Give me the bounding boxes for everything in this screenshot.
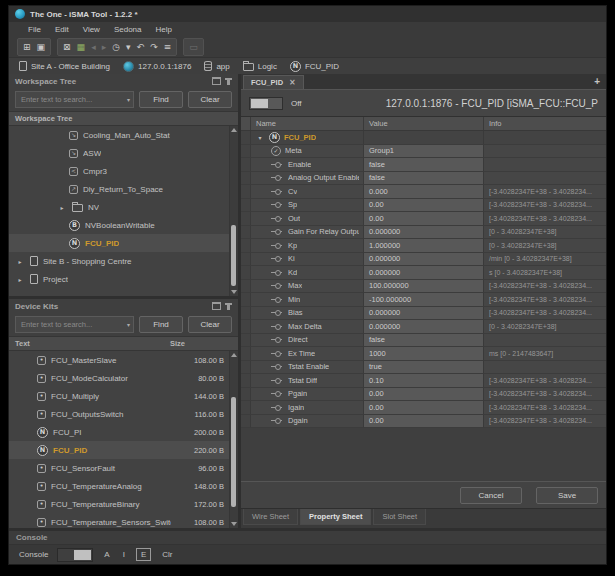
property-row[interactable]: Sp0.00[-3.40282347E+38 - 3.4028234...: [241, 199, 606, 213]
property-value-cell[interactable]: false: [364, 158, 484, 172]
breadcrumb-item[interactable]: Logic: [243, 61, 277, 71]
property-row[interactable]: Min-100.000000[-3.40282347E+38 - 3.40282…: [241, 293, 606, 307]
property-value-cell[interactable]: Group1: [364, 145, 484, 159]
back-icon[interactable]: ◂: [89, 43, 98, 52]
property-value-cell[interactable]: 1.000000: [364, 239, 484, 253]
column-value[interactable]: Value: [364, 117, 484, 130]
menu-sedona[interactable]: Sedona: [107, 25, 149, 34]
deploy-icon[interactable]: ▭: [187, 43, 200, 52]
property-value-cell[interactable]: 0.000000: [364, 320, 484, 334]
forward-icon[interactable]: ▸: [100, 43, 109, 52]
kit-item[interactable]: •FCU_Temperature_Sensors_Switch108.00 B: [9, 513, 238, 528]
property-row[interactable]: Gain For Relay Outputs0.000000[0 - 3.402…: [241, 226, 606, 240]
redo-icon[interactable]: ↷: [148, 43, 160, 52]
close-icon[interactable]: ×: [289, 78, 296, 87]
property-value-cell[interactable]: false: [364, 334, 484, 348]
property-row[interactable]: Dgain0.00[-3.40282347E+38 - 3.4028234...: [241, 415, 606, 429]
device-kits-scrollbar[interactable]: [229, 351, 238, 528]
history-icon[interactable]: ◷: [110, 43, 122, 52]
property-row[interactable]: Bias0.000000[-3.40282347E+38 - 3.4028234…: [241, 307, 606, 321]
property-row[interactable]: Cv0.000[-3.40282347E+38 - 3.4028234...: [241, 185, 606, 199]
property-row[interactable]: Enablefalse: [241, 158, 606, 172]
kit-item[interactable]: •FCU_TemperatureBinary172.00 B: [9, 495, 238, 513]
property-value-cell[interactable]: 0.00: [364, 388, 484, 402]
property-value-cell[interactable]: 0.000000: [364, 253, 484, 267]
property-value-cell[interactable]: 1000: [364, 347, 484, 361]
column-text[interactable]: Text: [15, 339, 170, 348]
property-row[interactable]: Max Delta0.000000[0 - 3.40282347E+38]: [241, 320, 606, 334]
property-row[interactable]: ✓MetaGroup1: [241, 145, 606, 159]
workspace-clear-button[interactable]: Clear: [188, 91, 232, 108]
property-row[interactable]: Ki0.000000/min [0 - 3.40282347E+38]: [241, 253, 606, 267]
tab-wire-sheet[interactable]: Wire Sheet: [243, 509, 298, 525]
history-caret-icon[interactable]: ▾: [124, 43, 133, 52]
device-kits-find-button[interactable]: Find: [139, 316, 183, 333]
console-all-button[interactable]: A: [102, 550, 111, 559]
pin-panel-icon[interactable]: [227, 78, 230, 85]
console-info-button[interactable]: I: [121, 550, 127, 559]
property-value-cell[interactable]: 0.00: [364, 415, 484, 429]
breadcrumb-item[interactable]: NFCU_PID: [290, 61, 339, 72]
expander-icon[interactable]: ▸: [15, 258, 25, 265]
tab-slot-sheet[interactable]: Slot Sheet: [373, 509, 426, 525]
tab-property-sheet[interactable]: Property Sheet: [300, 509, 371, 525]
console-toggle[interactable]: [57, 548, 93, 562]
workspace-search-input[interactable]: [19, 94, 127, 105]
tree-item[interactable]: ▸Site B - Shopping Centre: [9, 252, 238, 270]
property-value-cell[interactable]: 0.00: [364, 212, 484, 226]
property-row[interactable]: ▾NFCU_PID: [241, 131, 606, 145]
property-row[interactable]: Kp1.000000[0 - 3.40282347E+38]: [241, 239, 606, 253]
tree-item[interactable]: ▸Project: [9, 270, 238, 288]
property-value-cell[interactable]: 0.000: [364, 185, 484, 199]
expander-icon[interactable]: ▸: [57, 204, 67, 211]
kit-item[interactable]: NFCU_PID220.00 B: [9, 441, 238, 459]
property-row[interactable]: Pgain0.00[-3.40282347E+38 - 3.4028234...: [241, 388, 606, 402]
property-row[interactable]: Analog Output Enablefalse: [241, 172, 606, 186]
property-value-cell[interactable]: 0.00: [364, 199, 484, 213]
layout-icon[interactable]: ⊞: [21, 43, 33, 52]
chevron-down-icon[interactable]: ▾: [127, 321, 130, 328]
property-value-cell[interactable]: 0.00: [364, 401, 484, 415]
tree-item[interactable]: BNVBooleanWritable: [9, 216, 238, 234]
breadcrumb-item[interactable]: app: [204, 61, 229, 71]
kit-item[interactable]: •FCU_SensorFault96.00 B: [9, 459, 238, 477]
console-error-button[interactable]: E: [136, 548, 151, 561]
property-row[interactable]: Max100.000000[-3.40282347E+38 - 3.402823…: [241, 280, 606, 294]
pin-panel-icon[interactable]: [227, 303, 230, 310]
device-kits-clear-button[interactable]: Clear: [188, 316, 232, 333]
tree-item[interactable]: ↘Cooling_Man_Auto_Stat: [9, 126, 238, 144]
property-row[interactable]: Tstat Diff0.10[-3.40282347E+38 - 3.40282…: [241, 374, 606, 388]
device-kits-search-input[interactable]: [19, 319, 127, 330]
cancel-button[interactable]: Cancel: [460, 487, 522, 504]
maximize-panel-icon[interactable]: [212, 77, 221, 85]
maximize-panel-icon[interactable]: [212, 302, 221, 310]
tree-item[interactable]: NFCU_PID: [9, 234, 238, 252]
tree-item[interactable]: ↘ASW: [9, 144, 238, 162]
property-value-cell[interactable]: true: [364, 361, 484, 375]
workspace-tree-scrollbar[interactable]: [229, 126, 238, 296]
kit-item[interactable]: •FCU_MasterSlave108.00 B: [9, 351, 238, 369]
property-row[interactable]: Out0.00[-3.40282347E+38 - 3.4028234...: [241, 212, 606, 226]
kit-item[interactable]: •FCU_TemperatureAnalog148.00 B: [9, 477, 238, 495]
power-toggle[interactable]: [249, 97, 283, 110]
property-value-cell[interactable]: 0.000000: [364, 307, 484, 321]
save-icon[interactable]: ▣: [35, 43, 48, 52]
undo-icon[interactable]: ↶: [135, 43, 147, 52]
tree-item[interactable]: ↗Dly_Return_To_Space: [9, 180, 238, 198]
property-value-cell[interactable]: 0.10: [364, 374, 484, 388]
menu-view[interactable]: View: [76, 25, 107, 34]
breadcrumb-item[interactable]: Site A - Office Building: [19, 61, 110, 71]
list-icon[interactable]: ≡: [162, 43, 174, 52]
kit-item[interactable]: •FCU_Multiply144.00 B: [9, 387, 238, 405]
property-value-cell[interactable]: -100.000000: [364, 293, 484, 307]
save-button[interactable]: Save: [536, 487, 598, 504]
scrollbar-thumb[interactable]: [231, 397, 236, 507]
scrollbar-thumb[interactable]: [231, 225, 236, 286]
property-value-cell[interactable]: false: [364, 172, 484, 186]
property-row[interactable]: Directfalse: [241, 334, 606, 348]
tree-item[interactable]: <Cmpr3: [9, 162, 238, 180]
property-row[interactable]: Ex Time1000ms [0 - 2147483647]: [241, 347, 606, 361]
property-row[interactable]: Tstat Enabletrue: [241, 361, 606, 375]
chevron-down-icon[interactable]: ▾: [127, 96, 130, 103]
property-row[interactable]: Kd0.000000s [0 - 3.40282347E+38]: [241, 266, 606, 280]
